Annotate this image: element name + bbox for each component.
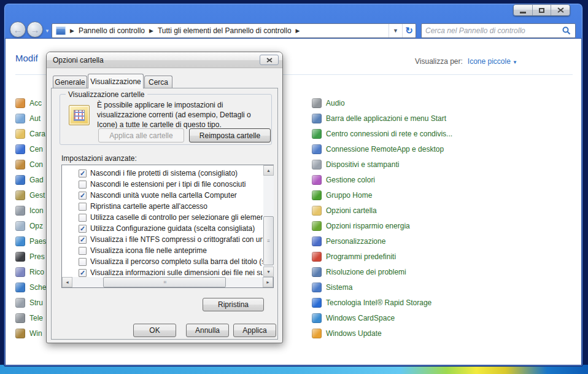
minimize-icon xyxy=(520,12,526,14)
forward-button[interactable]: → xyxy=(27,21,43,37)
reset-folders-button[interactable]: Reimposta cartelle xyxy=(189,128,271,142)
scroll-down-icon[interactable]: ▼ xyxy=(263,267,274,277)
control-panel-item[interactable]: Connessione RemoteApp e desktop xyxy=(312,144,514,155)
maximize-button[interactable] xyxy=(533,5,552,15)
performance-info-icon xyxy=(15,252,25,262)
tab-generale[interactable]: Generale xyxy=(53,76,87,88)
control-panel-item[interactable]: Dispositivi e stampanti xyxy=(312,159,514,170)
phone-modem-icon xyxy=(15,313,25,323)
checkbox-checked[interactable]: ✓ xyxy=(79,169,87,177)
apply-button[interactable]: Applica xyxy=(233,324,276,337)
control-panel-item-label: Connessione RemoteApp e desktop xyxy=(326,145,444,154)
notification-area-icon xyxy=(15,206,25,216)
credential-manager-icon xyxy=(15,190,25,200)
advanced-settings-label: Impostazioni avanzate: xyxy=(61,154,137,163)
control-panel-item[interactable]: Gruppo Home xyxy=(312,190,514,201)
chevron-down-icon[interactable]: ▼ xyxy=(513,60,517,65)
scroll-right-icon[interactable]: ► xyxy=(263,277,273,287)
address-bar[interactable]: ▶ Pannello di controllo ▶ Tutti gli elem… xyxy=(52,23,416,38)
horizontal-scrollbar-thumb[interactable]: ≡ xyxy=(103,277,226,287)
advanced-setting-row: Nascondi le estensioni per i tipi di fil… xyxy=(63,179,263,190)
checkbox-unchecked[interactable] xyxy=(79,258,87,266)
view-by-label: Visualizza per: xyxy=(415,57,463,66)
breadcrumb-arrow-icon[interactable]: ▶ xyxy=(66,28,79,34)
tab-visualizzazione[interactable]: Visualizzazione xyxy=(88,74,144,88)
control-panel-item-label: Win xyxy=(29,329,42,338)
scroll-up-icon[interactable]: ▲ xyxy=(263,165,274,176)
back-button[interactable]: ← xyxy=(10,21,26,37)
ease-of-access-icon xyxy=(15,144,25,154)
control-panel-item[interactable]: Windows Update xyxy=(312,328,514,339)
breadcrumb-all-items[interactable]: Tutti gli elementi del Pannello di contr… xyxy=(158,26,292,35)
checkbox-checked[interactable]: ✓ xyxy=(79,236,87,244)
close-button[interactable] xyxy=(551,5,570,15)
search-icon[interactable] xyxy=(562,26,571,35)
windows-firewall-icon xyxy=(15,329,25,338)
window-controls xyxy=(513,4,570,16)
control-panel-item[interactable]: Programmi predefiniti xyxy=(312,251,514,262)
breadcrumb-arrow-icon[interactable]: ▶ xyxy=(145,28,158,34)
right-items-column: AudioBarra delle applicazioni e menu Sta… xyxy=(312,98,514,339)
admin-tools-icon xyxy=(15,298,25,308)
control-panel-item[interactable]: Gestione colori xyxy=(312,174,514,185)
breadcrumb-control-panel[interactable]: Pannello di controllo xyxy=(79,26,145,35)
display-icon xyxy=(15,282,25,292)
selected-tab-notch xyxy=(88,87,143,88)
recent-pages-chevron-icon[interactable]: ▼ xyxy=(45,28,50,34)
refresh-icon[interactable]: ↻ xyxy=(402,24,416,37)
personalization-icon xyxy=(312,236,322,246)
checkbox-checked[interactable]: ✓ xyxy=(79,269,87,277)
desktop-gadgets-icon xyxy=(15,175,25,185)
advanced-setting-label: Nascondi le estensioni per i tipi di fil… xyxy=(90,180,246,189)
address-dropdown-icon[interactable]: ▼ xyxy=(389,24,402,37)
cardspace-icon xyxy=(312,313,322,323)
advanced-setting-label: Nascondi i file protetti di sistema (con… xyxy=(90,169,238,177)
checkbox-checked[interactable]: ✓ xyxy=(79,192,87,200)
minimize-button[interactable] xyxy=(514,5,533,15)
region-language-icon xyxy=(15,236,25,246)
control-panel-item[interactable]: Risoluzione dei problemi xyxy=(312,267,514,278)
control-panel-item[interactable]: Barra delle applicazioni e menu Start xyxy=(312,113,514,124)
control-panel-item[interactable]: Opzioni risparmio energia xyxy=(312,220,514,232)
control-panel-item[interactable]: Centro connessioni di rete e condivis... xyxy=(312,128,514,139)
search-box[interactable] xyxy=(421,23,576,38)
checkbox-unchecked[interactable] xyxy=(79,203,87,211)
tab-cerca[interactable]: Cerca xyxy=(144,76,172,88)
control-panel-item[interactable]: Windows CardSpace xyxy=(312,313,514,324)
advanced-setting-row: ✓Visualizza informazioni sulle dimension… xyxy=(63,267,263,277)
control-panel-item-label: Gruppo Home xyxy=(326,191,372,200)
power-options-icon xyxy=(312,221,322,231)
breadcrumb-arrow-icon[interactable]: ▶ xyxy=(292,28,304,34)
control-panel-item[interactable]: Audio xyxy=(312,98,514,109)
dialog-close-button[interactable] xyxy=(260,55,279,65)
checkbox-unchecked[interactable] xyxy=(79,181,87,189)
user-accounts-icon xyxy=(15,98,25,108)
control-panel-item-label: Stru xyxy=(29,298,43,307)
control-panel-item[interactable]: Tecnologia Intel® Rapid Storage xyxy=(312,297,514,308)
scroll-left-icon[interactable]: ◄ xyxy=(62,277,72,287)
control-panel-item[interactable]: Personalizzazione xyxy=(312,236,514,247)
checkbox-checked[interactable]: ✓ xyxy=(79,225,87,233)
cancel-button[interactable]: Annulla xyxy=(186,324,229,337)
advanced-setting-row: Visualizza icona file nelle anteprime xyxy=(63,245,263,256)
view-by-link[interactable]: Icone piccole xyxy=(468,57,511,66)
checkbox-unchecked[interactable] xyxy=(79,247,87,255)
control-panel-item-label: Personalizzazione xyxy=(326,237,385,246)
control-panel-item-label: Aut xyxy=(29,114,41,123)
control-panel-item-label: Con xyxy=(29,160,43,169)
control-panel-item-label: Audio xyxy=(326,99,345,107)
control-panel-item[interactable]: Opzioni cartella xyxy=(312,205,514,216)
dialog-title-bar[interactable]: Opzioni cartella xyxy=(47,52,282,68)
advanced-setting-row: ✓Nascondi i file protetti di sistema (co… xyxy=(63,168,263,179)
advanced-setting-label: Visualizza il percorso completo sulla ba… xyxy=(90,257,263,266)
search-input[interactable] xyxy=(422,25,562,37)
advanced-setting-row: Ripristina cartelle aperte all'accesso xyxy=(63,201,263,212)
checkbox-unchecked[interactable] xyxy=(79,214,87,222)
control-panel-item-label: Gestione colori xyxy=(326,176,375,184)
control-panel-item-label: Windows CardSpace xyxy=(326,314,395,322)
control-panel-item[interactable]: Sistema xyxy=(312,282,514,293)
vertical-scrollbar-thumb[interactable]: ≡ xyxy=(263,216,274,265)
control-panel-item-label: Barra delle applicazioni e menu Start xyxy=(326,114,446,123)
restore-defaults-button[interactable]: Ripristina xyxy=(203,298,264,311)
ok-button[interactable]: OK xyxy=(133,324,176,337)
